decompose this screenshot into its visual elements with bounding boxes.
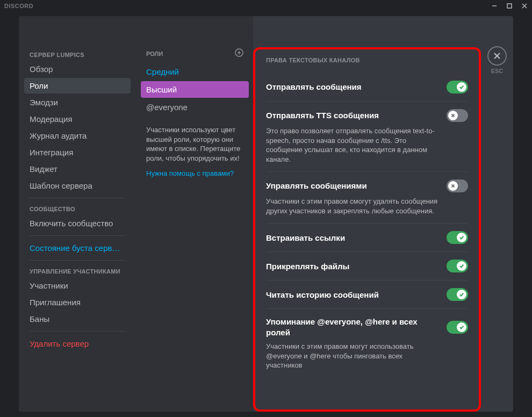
permission-row: Упоминание @everyone, @here и всех ролей… <box>266 309 468 378</box>
check-icon <box>459 84 464 90</box>
nav-audit-log[interactable]: Журнал аудита <box>24 128 131 143</box>
permissions-panel: ПРАВА ТЕКСТОВЫХ КАНАЛОВ Отправлять сообщ… <box>253 47 481 412</box>
plus-icon <box>235 48 243 57</box>
minimize-button[interactable] <box>487 0 502 12</box>
close-settings-button[interactable] <box>487 46 507 66</box>
permission-description: Участники с этим правом смогут удалять с… <box>266 197 438 215</box>
settings-sidebar: СЕРВЕР LUMPICS Обзор Роли Эмодзи Модерац… <box>19 16 136 412</box>
nav-bans[interactable]: Баны <box>24 311 131 327</box>
category-community: СООБЩЕСТВО <box>24 203 131 215</box>
permission-row: Управлять сообщениямиУчастники с этим пр… <box>266 172 468 224</box>
permission-label: Прикреплять файлы <box>266 261 438 272</box>
nav-delete-server[interactable]: Удалить сервер <box>24 336 131 351</box>
permission-row: Отправлять TTS сообщенияЭто право позвол… <box>266 102 468 172</box>
permission-toggle[interactable] <box>447 81 468 94</box>
nav-roles[interactable]: Роли <box>24 78 131 94</box>
close-label: ESC <box>481 68 513 74</box>
nav-moderation[interactable]: Модерация <box>24 111 131 127</box>
permission-row: Прикреплять файлы <box>266 252 468 281</box>
permission-label: Управлять сообщениями <box>266 181 438 191</box>
separator <box>30 260 125 261</box>
permission-label: Упоминание @everyone, @here и всех ролей <box>266 317 438 337</box>
nav-members[interactable]: Участники <box>24 278 131 293</box>
nav-invites[interactable]: Приглашения <box>24 294 131 310</box>
permission-row: Читать историю сообщений <box>266 281 468 309</box>
nav-server-template[interactable]: Шаблон сервера <box>24 178 131 193</box>
titlebar: DISCORD <box>0 0 532 12</box>
separator <box>30 235 125 236</box>
category-members: УПРАВЛЕНИЕ УЧАСТНИКАМИ <box>24 265 131 278</box>
permission-description: Это право позволяет отправлять сообщения… <box>266 126 438 164</box>
permission-toggle[interactable] <box>447 321 468 334</box>
permission-toggle[interactable] <box>447 288 468 301</box>
permission-toggle[interactable] <box>447 231 468 244</box>
category-server: СЕРВЕР LUMPICS <box>24 48 131 61</box>
maximize-button[interactable] <box>502 0 517 12</box>
permission-label: Читать историю сообщений <box>266 290 438 300</box>
permission-row: Отправлять сообщения <box>266 73 468 102</box>
permission-toggle[interactable] <box>447 109 468 122</box>
separator <box>30 198 125 198</box>
content-area: ПРАВА ТЕКСТОВЫХ КАНАЛОВ Отправлять сообщ… <box>253 16 513 412</box>
nav-enable-community[interactable]: Включить сообщество <box>24 215 131 231</box>
check-icon <box>459 235 464 240</box>
permission-description: Участники с этим правом могут использова… <box>266 342 438 370</box>
role-item-high[interactable]: Высший <box>141 81 249 98</box>
nav-integrations[interactable]: Интеграция <box>24 145 131 160</box>
roles-help-link[interactable]: Нужна помощь с правами? <box>141 163 249 184</box>
permission-row: Встраивать ссылки <box>266 224 468 252</box>
nav-overview[interactable]: Обзор <box>24 61 131 77</box>
app-title: DISCORD <box>4 3 33 9</box>
permission-label: Встраивать ссылки <box>266 233 438 243</box>
permission-toggle[interactable] <box>447 260 468 272</box>
permissions-section-title: ПРАВА ТЕКСТОВЫХ КАНАЛОВ <box>266 57 468 63</box>
check-icon <box>459 292 464 297</box>
roles-header: РОЛИ <box>146 51 163 57</box>
separator <box>30 331 125 332</box>
nav-boost-status[interactable]: Состояние буста серв… <box>24 240 131 256</box>
permission-toggle[interactable] <box>447 179 468 192</box>
check-icon <box>459 263 464 269</box>
nav-emoji[interactable]: Эмодзи <box>24 95 131 110</box>
permission-label: Отправлять TTS сообщения <box>266 110 438 121</box>
role-item-medium[interactable]: Средний <box>141 63 249 80</box>
x-icon <box>450 183 456 189</box>
role-item-everyone[interactable]: @everyone <box>141 99 249 116</box>
roles-column: РОЛИ Средний Высший @everyone Участники … <box>136 16 253 412</box>
add-role-button[interactable] <box>235 48 243 59</box>
permission-label: Отправлять сообщения <box>266 82 438 92</box>
close-icon <box>493 52 501 60</box>
check-icon <box>459 325 464 330</box>
close-window-button[interactable] <box>517 0 532 12</box>
nav-widget[interactable]: Виджет <box>24 161 131 177</box>
svg-rect-1 <box>507 4 512 8</box>
x-icon <box>450 113 456 118</box>
roles-hint: Участники используют цвет высшей роли, к… <box>141 117 249 163</box>
